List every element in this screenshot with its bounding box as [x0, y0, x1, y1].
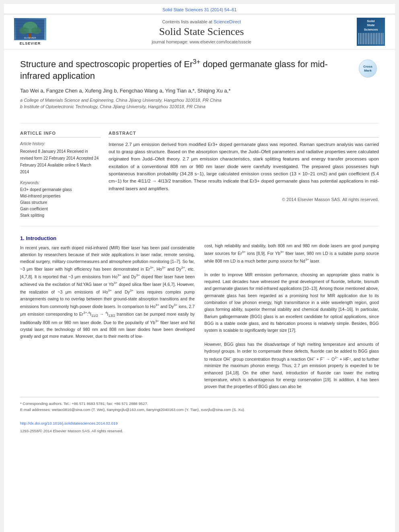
- affiliations: a College of Materials Science and Engin…: [20, 97, 355, 110]
- journal-title: Solid State Sciences: [52, 26, 351, 38]
- crossmark-circle: CrossMark: [359, 60, 377, 78]
- svg-point-2: [19, 27, 29, 34]
- elsevier-tree-icon: ELSEVIER: [16, 19, 44, 39]
- footnote-emails: E-mail addresses: weitao0816@sina.com (T…: [20, 407, 379, 413]
- authors-line: Tao Wei a, Fangze Chen a, Xufeng Jing b,…: [20, 88, 355, 94]
- elsevier-logo: ELSEVIER ELSEVIER: [12, 18, 48, 45]
- intro-body-left: In recent years, rare earth doped mid-in…: [20, 244, 195, 340]
- divider-2: [20, 226, 379, 226]
- divider-1: [20, 123, 379, 123]
- banner-middle: Contents lists available at ScienceDirec…: [52, 19, 351, 44]
- body-right-col: cost, high reliability and stability, bo…: [204, 234, 379, 390]
- article-info-abstract: ARTICLE INFO Article history: Received 8…: [20, 131, 379, 219]
- journal-banner: ELSEVIER ELSEVIER Contents lists availab…: [4, 14, 395, 49]
- superscript-3plus: 3+: [193, 58, 200, 65]
- keyword-2: Mid-infrared properties: [20, 193, 101, 199]
- keyword-4: Gain coefficient: [20, 206, 101, 212]
- solid-state-logo: SolidStateSciences: [357, 18, 385, 46]
- footnote-corresponding: * Corresponding authors. Tel.: +86 571 8…: [20, 401, 379, 407]
- crossmark-badge: CrossMark: [359, 60, 379, 80]
- article-history-label: Article history:: [20, 141, 101, 147]
- authors-text: Tao Wei a, Fangze Chen a, Xufeng Jing b,…: [20, 88, 230, 94]
- banner-right: SolidStateSciences: [355, 18, 387, 46]
- svg-point-3: [31, 27, 41, 34]
- intro-body-right: cost, high reliability and stability, bo…: [204, 242, 379, 390]
- footnote-section: * Corresponding authors. Tel.: +86 571 8…: [20, 397, 379, 434]
- sciencedirect-link[interactable]: ScienceDirect: [214, 19, 241, 24]
- keyword-1: Er3+ doped germanate glass: [20, 187, 101, 193]
- page: Solid State Sciences 31 (2014) 54–61 ELS…: [4, 4, 395, 532]
- doi-anchor[interactable]: http://dx.doi.org/10.1016/j.solidstatesc…: [20, 421, 117, 425]
- journal-ref-text: Solid State Sciences 31 (2014) 54–61: [162, 7, 237, 12]
- affiliation-b: b Institute of Optoelectronic Technology…: [20, 103, 355, 110]
- article-title: Structure and spectroscopic properties o…: [20, 58, 355, 82]
- elsevier-logo-image: ELSEVIER: [14, 18, 46, 40]
- received-date: Received 8 January 2014: [20, 149, 66, 154]
- article-info-label: ARTICLE INFO: [20, 131, 101, 138]
- elsevier-text: ELSEVIER: [20, 41, 41, 45]
- abstract-col: ABSTRACT Intense 2.7 μm emission derived…: [109, 131, 379, 219]
- content-area: Structure and spectroscopic properties o…: [4, 49, 395, 442]
- sciencedirect-line: Contents lists available at ScienceDirec…: [52, 19, 351, 24]
- svg-text:ELSEVIER: ELSEVIER: [24, 37, 36, 39]
- intro-heading: 1. Introduction: [20, 235, 195, 241]
- abstract-label: ABSTRACT: [109, 131, 379, 138]
- svg-rect-0: [16, 19, 44, 39]
- keyword-5: Stark splitting: [20, 212, 101, 219]
- issn-text: 1293-2558/© 2014 Elsevier Masson SAS. Al…: [20, 428, 379, 434]
- contents-available-text: Contents lists available at: [162, 19, 212, 24]
- keyword-3: Glass structure: [20, 199, 101, 206]
- abstract-content: Intense 2.7 μm emission derived from mod…: [109, 142, 379, 191]
- article-info-box: Article history: Received 8 January 2014…: [20, 141, 101, 175]
- keywords-section: Keywords: Er3+ doped germanate glass Mid…: [20, 180, 101, 219]
- article-title-text: Structure and spectroscopic properties o…: [20, 59, 193, 69]
- svg-point-1: [23, 22, 37, 33]
- body-columns: 1. Introduction In recent years, rare ea…: [20, 234, 379, 390]
- journal-ref: Solid State Sciences 31 (2014) 54–61: [4, 4, 395, 14]
- article-info-col: ARTICLE INFO Article history: Received 8…: [20, 131, 101, 219]
- doi-link[interactable]: http://dx.doi.org/10.1016/j.solidstatesc…: [20, 420, 379, 426]
- journal-homepage: journal homepage: www.elsevier.com/locat…: [52, 39, 351, 44]
- affiliation-a: a College of Materials Science and Engin…: [20, 97, 355, 104]
- body-left-col: 1. Introduction In recent years, rare ea…: [20, 234, 195, 390]
- keywords-label: Keywords:: [20, 180, 101, 185]
- abstract-text: Intense 2.7 μm emission derived from mod…: [109, 141, 379, 203]
- svg-rect-4: [29, 33, 31, 38]
- copyright-text: © 2014 Elsevier Masson SAS. All rights r…: [109, 196, 379, 203]
- revised-date: 22 February 2014: [43, 156, 75, 160]
